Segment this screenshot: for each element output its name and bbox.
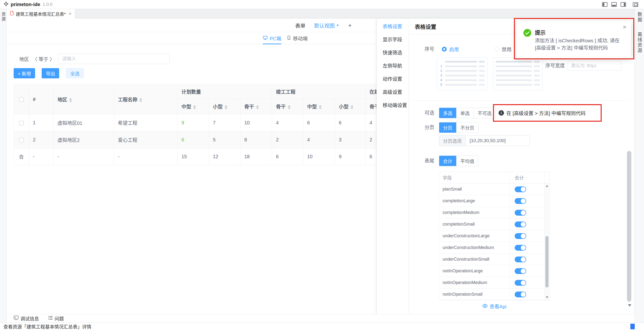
debug-info-button[interactable]: 调试信息 xyxy=(14,315,39,322)
save-icon[interactable] xyxy=(633,2,638,7)
field-toggle-switch[interactable] xyxy=(515,222,526,227)
table-row[interactable]: 1 虚拟地区01 希望工程 9 7 10 4 6 6 4 xyxy=(14,114,377,131)
add-row-button[interactable]: + 新增 xyxy=(14,68,35,78)
list-item: underConstructionLarge xyxy=(439,230,550,242)
form-menu[interactable]: 表单 xyxy=(295,22,306,29)
add-view-button[interactable]: + xyxy=(348,22,352,29)
footer-sum-option[interactable]: 合计 xyxy=(439,156,456,166)
panel-scrollbar-thumb[interactable] xyxy=(627,151,631,302)
settings-nav-action-settings[interactable]: 动作设置 xyxy=(377,72,409,86)
document-tab[interactable]: 建筑工程基本情况汇总表* × xyxy=(6,9,75,18)
right-rail: 数据 离线资源 xyxy=(634,9,644,323)
view-api-link[interactable]: 查看Api xyxy=(439,303,550,310)
rail-offline-resources[interactable]: 离线资源 xyxy=(636,32,643,53)
selectable-single-option[interactable]: 单选 xyxy=(456,108,474,118)
status-text: 查看资源「建筑工程基本情况汇总表」详情 xyxy=(4,323,91,330)
rail-data[interactable]: 数据 xyxy=(636,12,643,23)
panel-scroll-down-icon[interactable] xyxy=(628,304,631,307)
field-name: planSmall xyxy=(439,184,510,195)
tab-pc[interactable]: PC端 xyxy=(263,32,281,44)
sort-icon[interactable] xyxy=(350,105,354,109)
toggle-right-panel-icon[interactable] xyxy=(620,2,626,7)
selectable-multi-option[interactable]: 多选 xyxy=(439,108,456,118)
pagination-on-option[interactable]: 分页 xyxy=(439,122,456,133)
seq-disabled-preview[interactable] xyxy=(493,57,542,90)
sort-icon[interactable] xyxy=(256,105,259,109)
selectable-label: 可选 xyxy=(409,109,434,116)
header-region[interactable]: 地区 xyxy=(54,84,114,114)
header-label: 骨干 xyxy=(370,104,376,109)
toggle-bottom-panel-icon[interactable] xyxy=(611,2,617,7)
problems-button[interactable]: 问题 xyxy=(48,315,64,322)
field-toggle-switch[interactable] xyxy=(515,198,526,204)
settings-nav-table-settings[interactable]: 表格设置 xyxy=(377,20,409,33)
settings-nav-left-nav[interactable]: 左侧导航 xyxy=(377,59,409,72)
header-label: 骨干 xyxy=(244,104,254,109)
row-checkbox[interactable] xyxy=(19,138,24,143)
footer-fields-table: 字段 合计 planSmall completionLarge completi… xyxy=(439,172,550,300)
field-toggle-switch[interactable] xyxy=(515,268,526,274)
header-under-backbone[interactable]: 骨干 xyxy=(366,99,377,114)
field-toggle-switch[interactable] xyxy=(515,292,526,297)
sort-icon[interactable] xyxy=(224,105,228,109)
tab-close-icon[interactable]: × xyxy=(69,11,72,16)
header-plan-small[interactable]: 小型 xyxy=(209,99,240,114)
settings-nav-advanced-settings[interactable]: 高级设置 xyxy=(377,86,409,99)
seq-enable-radio[interactable]: 启用 xyxy=(442,46,459,52)
selectable-none-option[interactable]: 不可选 xyxy=(474,108,496,118)
footer-fields-header: 字段 合计 xyxy=(439,172,550,184)
toast-close-icon[interactable]: × xyxy=(623,23,626,31)
sort-icon[interactable] xyxy=(69,98,72,102)
filter-input[interactable] xyxy=(58,54,170,64)
settings-nav-mobile-settings[interactable]: 移动端设置 xyxy=(377,99,409,112)
header-group-under-construction: 在建工程 xyxy=(366,84,377,99)
sort-icon[interactable] xyxy=(139,98,142,102)
footer-avg-option[interactable]: 平均值 xyxy=(456,156,478,166)
select-all-checkbox[interactable] xyxy=(19,97,24,102)
header-comp-small[interactable]: 小型 xyxy=(335,99,366,114)
field-toggle-switch[interactable] xyxy=(515,257,526,262)
settings-nav-display-fields[interactable]: 显示字段 xyxy=(377,33,409,46)
seq-width-input[interactable] xyxy=(568,61,621,71)
settings-nav-quick-filter[interactable]: 快速筛选 xyxy=(377,46,409,59)
scroll-down-icon[interactable] xyxy=(546,297,548,298)
field-toggle-switch[interactable] xyxy=(515,280,526,286)
header-project-name[interactable]: 工程名称 xyxy=(114,84,178,114)
header-plan-medium[interactable]: 中型 xyxy=(178,99,209,114)
header-comp-backbone[interactable]: 骨干 xyxy=(272,99,303,114)
rail-resources[interactable]: 资源 xyxy=(0,12,6,22)
cell-total-mark: 合 xyxy=(14,148,29,165)
tab-mobile[interactable]: 移动端 xyxy=(287,32,308,44)
table-row[interactable]: 2 虚拟地区2 爱心工程 6 5 8 2 4 3 2 xyxy=(14,131,377,148)
page-sizes-input[interactable]: [10,20,30,50,100] xyxy=(466,136,530,146)
cell-plan-backbone: 10 xyxy=(240,114,272,131)
view-selector[interactable]: 默认视图 ▼ xyxy=(314,22,339,29)
row-checkbox[interactable] xyxy=(19,121,24,126)
field-toggle-switch[interactable] xyxy=(515,210,526,216)
filter-operator[interactable]: 〈 等于 〉 xyxy=(32,55,54,62)
data-grid: # 地区 工程名称 计划数量 竣工工程 在建工程 中型 小型 骨干 骨干 中型 … xyxy=(14,84,376,186)
field-toggle-switch[interactable] xyxy=(515,233,526,239)
sort-icon[interactable] xyxy=(319,105,322,109)
seq-enabled-preview[interactable]: 1 2 3 4 5 xyxy=(437,57,488,90)
toast-notification: 提示 × 添加方法 [ isCheckedRows ] 成功, 请在 [高级设置… xyxy=(516,21,631,58)
select-all-button[interactable]: 全选 xyxy=(66,68,84,78)
list-item: notInOperationMedium xyxy=(439,277,550,289)
list-scrollbar[interactable] xyxy=(544,184,550,300)
field-name: notInOperationSmall xyxy=(439,289,510,300)
header-plan-backbone[interactable]: 骨干 xyxy=(240,99,272,114)
sort-icon[interactable] xyxy=(288,105,290,109)
field-name: underConstructionMedium xyxy=(439,242,510,253)
list-item: completionSmall xyxy=(439,219,550,230)
field-toggle-switch[interactable] xyxy=(515,186,526,192)
pagination-off-option[interactable]: 不分页 xyxy=(456,122,478,133)
field-toggle-switch[interactable] xyxy=(515,245,526,251)
field-name: completionLarge xyxy=(439,195,510,207)
scrollbar-thumb[interactable] xyxy=(545,236,548,288)
scroll-up-icon[interactable] xyxy=(546,185,548,187)
export-button[interactable]: 导出 xyxy=(42,68,59,78)
sort-icon[interactable] xyxy=(193,105,196,109)
toggle-left-panel-icon[interactable] xyxy=(602,2,608,7)
seq-disable-radio[interactable]: 禁用 xyxy=(494,46,512,52)
header-comp-medium[interactable]: 中型 xyxy=(303,99,335,114)
